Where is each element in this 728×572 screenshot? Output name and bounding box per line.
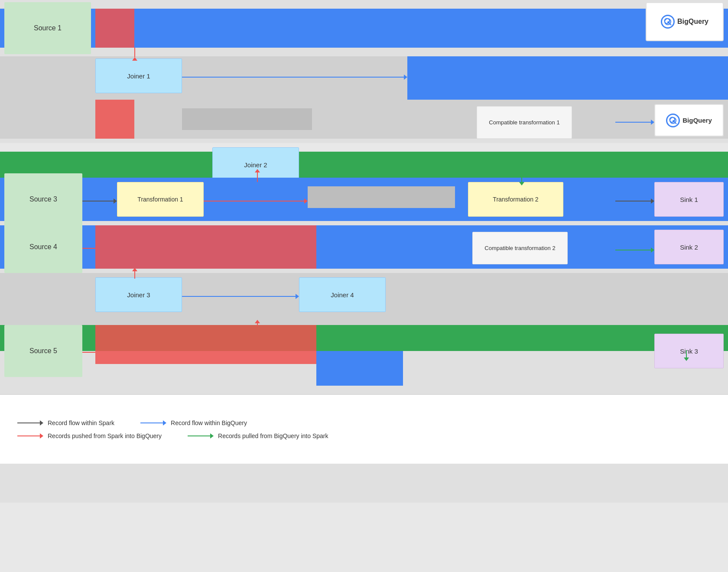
source3-to-transform1-arrow [82, 198, 117, 204]
sink1-node: Sink 1 [654, 182, 724, 217]
bigquery2-icon [666, 114, 680, 127]
svg-line-3 [674, 121, 676, 124]
sink2-node: Sink 2 [654, 230, 724, 264]
svg-point-2 [670, 117, 675, 122]
transform1-to-joiner2-arrow [204, 198, 308, 204]
legend-arrow-green [188, 433, 214, 439]
bigquery1-icon [661, 15, 675, 29]
source5-node: Source 5 [4, 325, 82, 377]
legend-item-bq-to-spark: Records pulled from BigQuery into Spark [188, 432, 328, 439]
red-band-row7 [95, 325, 316, 364]
red-band-row1 [95, 9, 134, 48]
joiner1-node: Joiner 1 [95, 58, 182, 93]
legend-row2: Records pushed from Spark into BigQuery … [17, 432, 711, 439]
source4-arrow [82, 246, 95, 251]
transform2-to-sink1-arrow [615, 198, 654, 204]
source5-arrow [82, 350, 95, 355]
joiner3-node: Joiner 3 [95, 277, 182, 312]
vert-red-joiner2 [255, 169, 260, 182]
svg-line-1 [669, 23, 671, 25]
source4-node: Source 4 [4, 221, 82, 273]
band-row3-green-right [457, 152, 728, 178]
transform2-node: Transformation 2 [468, 182, 563, 217]
legend-row1: Record flow within Spark Record flow wit… [17, 419, 711, 426]
bigquery2-node: BigQuery [654, 104, 724, 136]
legend-arrow-blue [140, 420, 166, 426]
source3-node: Source 3 [4, 173, 82, 225]
source1-node: Source 1 [4, 2, 91, 54]
compat2-to-sink2-arrow [615, 247, 654, 253]
source2-gray-bar [182, 108, 312, 130]
vert-green-sink3 [684, 350, 689, 361]
svg-point-0 [664, 19, 670, 24]
diagram-container: Source 1 BigQuery Joiner 1 Source 2 [0, 0, 728, 503]
legend-item-spark-to-bq: Records pushed from Spark into BigQuery [17, 432, 162, 439]
band-row7-blue-row [316, 351, 403, 386]
legend-item-spark-flow: Record flow within Spark [17, 419, 114, 426]
transform1-node: Transformation 1 [117, 182, 204, 217]
legend-arrow-gray [17, 420, 43, 426]
compat1-node: Compatible transformation 1 [477, 106, 572, 139]
legend-item-bq-flow: Record flow within BigQuery [140, 419, 247, 426]
joiner2-output-arrow [299, 164, 455, 169]
red-band-row5 [95, 225, 316, 269]
source3-gray-bar [308, 186, 455, 208]
bigquery1-node: BigQuery [646, 2, 724, 41]
vert-red-joiner1 [132, 48, 137, 61]
legend: Record flow within Spark Record flow wit… [0, 394, 728, 464]
vert-red-row7-up [255, 320, 260, 326]
joiner1-output-arrow [182, 75, 407, 80]
compat1-to-bq-arrow [615, 120, 654, 125]
vert-green-transform2 [519, 177, 524, 185]
compat2-node: Compatible transformation 2 [472, 232, 568, 264]
separator1 [0, 143, 728, 152]
sink3-node: Sink 3 [654, 334, 724, 368]
red-band-source2 [95, 100, 134, 139]
joiner3-to-joiner4-arrow [182, 294, 299, 299]
joiner4-node: Joiner 4 [299, 277, 386, 312]
vert-red-joiner3 [132, 268, 137, 279]
legend-arrow-red [17, 433, 43, 439]
